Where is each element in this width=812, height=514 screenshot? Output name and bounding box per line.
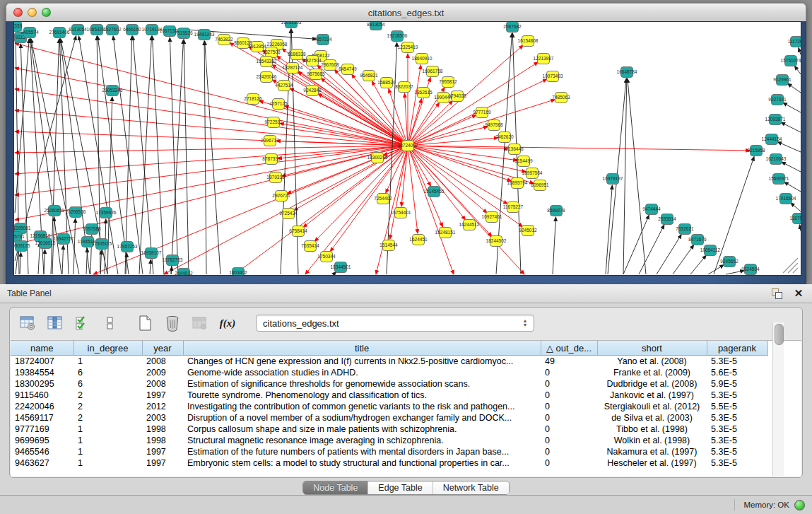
graph-edge[interactable]: [408, 65, 421, 146]
table-scrollbar-thumb[interactable]: [775, 324, 784, 345]
table-cell[interactable]: 2009: [142, 367, 183, 378]
graph-edge[interactable]: [62, 245, 64, 274]
table-select[interactable]: citations_edges.txt ▲▼: [256, 315, 534, 332]
table-cell[interactable]: Structural magnetic resonance image aver…: [183, 435, 541, 446]
table-cell[interactable]: Tibbo et al. (1998): [597, 424, 707, 435]
table-cell[interactable]: 1: [73, 435, 142, 446]
table-cell[interactable]: 22420046: [11, 401, 73, 412]
graph-node[interactable]: 1750344: [317, 252, 336, 262]
table-cell[interactable]: 5.3E-5: [707, 435, 767, 446]
minimize-window-button[interactable]: [28, 8, 37, 17]
graph-edge[interactable]: [44, 250, 45, 274]
graph-edge[interactable]: [782, 162, 801, 172]
table-cell[interactable]: 2012: [142, 401, 183, 412]
table-cell[interactable]: Estimation of the future numbers of pati…: [183, 446, 541, 457]
network-window-titlebar[interactable]: citations_edges.txt: [6, 3, 806, 23]
graph-node[interactable]: 4427514: [275, 81, 293, 91]
table-cell[interactable]: 0: [541, 457, 597, 469]
graph-node[interactable]: 15248151: [435, 228, 456, 238]
graph-node[interactable]: 9497568: [485, 120, 503, 131]
graph-node[interactable]: 16033303: [281, 22, 302, 28]
graph-edge[interactable]: [170, 37, 178, 274]
table-row[interactable]: 1830029562008Estimation of significance …: [11, 378, 767, 390]
table-cell[interactable]: 5.9E-5: [707, 378, 767, 390]
table-cell[interactable]: Changes of HCN gene expression and I(f) …: [183, 356, 541, 368]
graph-edge[interactable]: [791, 203, 801, 211]
graph-node[interactable]: 9245652: [720, 257, 739, 267]
network-canvas[interactable]: 1872400718339931394055742769140683130541…: [13, 21, 801, 276]
graph-node[interactable]: 10927461: [482, 212, 502, 223]
graph-node[interactable]: 27691406: [49, 28, 70, 38]
column-header[interactable]: year: [142, 341, 183, 356]
graph-node[interactable]: 9875685: [307, 69, 325, 80]
graph-node[interactable]: 19218506: [387, 31, 408, 42]
column-header[interactable]: pagerank: [707, 341, 767, 356]
graph-node[interactable]: 1879315: [266, 173, 285, 183]
table-row[interactable]: 946554611997Estimation of the future num…: [11, 446, 767, 457]
graph-node[interactable]: 16754401: [391, 208, 411, 218]
table-cell[interactable]: 2008: [142, 378, 183, 390]
graph-node[interactable]: 17016504: [776, 194, 796, 204]
new-table-button[interactable]: [136, 314, 154, 332]
graph-node[interactable]: 1514544: [379, 240, 398, 251]
graph-node[interactable]: 16648784: [617, 67, 637, 78]
table-cell[interactable]: Yano et al. (2008): [597, 356, 707, 368]
table-cell[interactable]: Corpus callosum shape and size in male p…: [183, 424, 541, 435]
graph-node[interactable]: 9097588: [83, 224, 101, 235]
table-row[interactable]: 1872400712008Changes of HCN gene express…: [11, 356, 767, 368]
table-cell[interactable]: Embryonic stem cells: a model to study s…: [183, 457, 541, 469]
graph-node[interactable]: 12213987: [534, 54, 554, 64]
graph-edge[interactable]: [390, 146, 408, 239]
graph-edge[interactable]: [794, 66, 801, 74]
graph-edge[interactable]: [184, 40, 189, 274]
table-cell[interactable]: Tourette syndrome. Phenomenology and cla…: [183, 390, 541, 401]
graph-node[interactable]: 6466160: [123, 25, 141, 35]
graph-node[interactable]: 8215958: [747, 146, 765, 156]
graph-node[interactable]: 15751074: [781, 56, 801, 66]
table-cell[interactable]: 5.3E-5: [707, 412, 767, 424]
graph-node[interactable]: 8096951: [531, 180, 549, 191]
table-cell[interactable]: 5.3E-5: [707, 390, 767, 401]
table-cell[interactable]: 1998: [142, 435, 183, 446]
select-all-button[interactable]: [73, 314, 92, 332]
table-cell[interactable]: Hescheler et al. (1997): [597, 457, 707, 469]
graph-node[interactable]: 16979197: [603, 174, 623, 185]
graph-node[interactable]: 9777169: [473, 107, 491, 118]
table-cell[interactable]: 0: [541, 446, 597, 457]
table-row[interactable]: 1938455462009Genome-wide association stu…: [11, 367, 767, 378]
table-cell[interactable]: Disruption of a novel member of a sodium…: [183, 412, 541, 424]
tab-network-table[interactable]: Network Table: [433, 481, 509, 494]
table-cell[interactable]: 5.6E-5: [707, 367, 767, 378]
table-cell[interactable]: 9115460: [11, 390, 73, 401]
graph-edge[interactable]: [133, 36, 153, 274]
graph-edge[interactable]: [152, 36, 164, 274]
graph-node[interactable]: 1117204: [788, 37, 801, 47]
table-cell[interactable]: 0: [541, 412, 597, 424]
table-cell[interactable]: 2003: [142, 412, 183, 424]
graph-node[interactable]: 18300295: [367, 153, 388, 163]
table-row[interactable]: 977716911998Corpus callosum shape and si…: [11, 424, 767, 435]
graph-edge[interactable]: [314, 146, 408, 242]
graph-node[interactable]: 1803402: [229, 268, 247, 276]
graph-edge[interactable]: [125, 36, 132, 274]
column-header[interactable]: title: [183, 341, 541, 356]
graph-node[interactable]: 1527602: [103, 25, 122, 35]
float-panel-button[interactable]: [771, 288, 784, 299]
table-cell[interactable]: 18724007: [11, 356, 73, 368]
graph-node[interactable]: 9129961: [773, 75, 792, 86]
graph-node[interactable]: 7955812: [439, 77, 457, 88]
graph-node[interactable]: 12444154: [762, 134, 782, 145]
graph-node[interactable]: 8313054: [69, 25, 87, 35]
graph-edge[interactable]: [777, 142, 801, 152]
graph-edge[interactable]: [107, 97, 112, 274]
table-cell[interactable]: Wolkin et al. (1998): [597, 435, 707, 446]
graph-edge[interactable]: [113, 36, 143, 274]
table-cell[interactable]: 1: [73, 446, 142, 457]
delete-table-button[interactable]: [191, 314, 209, 332]
column-header[interactable]: △ out_de...: [541, 341, 597, 356]
column-header[interactable]: in_degree: [73, 341, 142, 356]
table-cell[interactable]: Jankovic et al. (1997): [597, 390, 707, 401]
table-cell[interactable]: 5.3E-5: [707, 356, 767, 368]
graph-edge[interactable]: [623, 78, 627, 274]
graph-edge[interactable]: [150, 259, 151, 274]
